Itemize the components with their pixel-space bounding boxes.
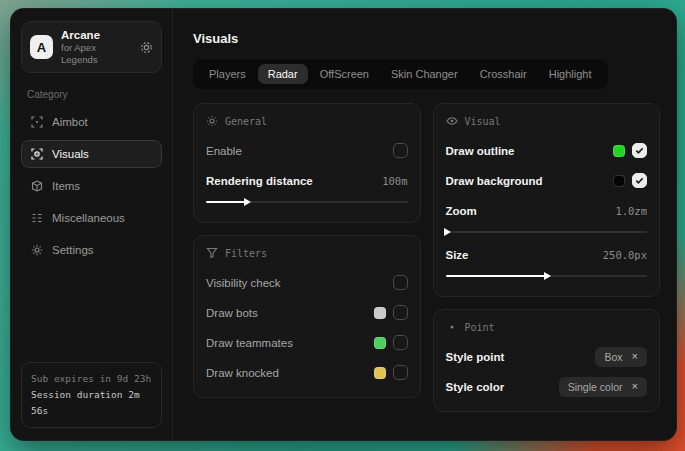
slider-thumb[interactable] (244, 198, 251, 206)
draw-background-checkbox[interactable] (632, 173, 647, 188)
rendering-distance-slider[interactable] (206, 197, 408, 207)
sidebar: A Arcane for Apex Legends Category Aimbo… (11, 9, 173, 440)
section-title: Point (465, 322, 495, 333)
enable-checkbox[interactable] (393, 143, 408, 158)
point-card: Point Style point Box × Style color Sing… (433, 309, 661, 412)
brand-card: A Arcane for Apex Legends (21, 21, 162, 73)
gear-icon (31, 244, 43, 256)
draw-background-label: Draw background (446, 175, 543, 187)
sub-expires-text: Sub expires in 9d 23h (31, 371, 152, 387)
package-icon (31, 180, 43, 192)
draw-knocked-checkbox[interactable] (393, 365, 408, 380)
gear-icon[interactable] (140, 41, 153, 54)
page-title: Visuals (193, 31, 660, 46)
section-title: Filters (225, 248, 267, 259)
draw-background-color-swatch[interactable] (613, 175, 625, 187)
draw-teammates-checkbox[interactable] (393, 335, 408, 350)
sidebar-item-miscellaneous[interactable]: Miscellaneous (21, 204, 162, 232)
draw-outline-color-swatch[interactable] (613, 145, 625, 157)
enable-label: Enable (206, 145, 242, 157)
tab-highlight[interactable]: Highlight (539, 64, 602, 84)
draw-teammates-label: Draw teammates (206, 337, 293, 349)
draw-outline-label: Draw outline (446, 145, 515, 157)
style-point-label: Style point (446, 351, 505, 363)
draw-knocked-label: Draw knocked (206, 367, 279, 379)
sidebar-item-visuals[interactable]: Visuals (21, 140, 162, 168)
tab-bar: Players Radar OffScreen Skin Changer Cro… (193, 59, 608, 89)
style-point-select[interactable]: Box × (595, 347, 647, 367)
visibility-check-checkbox[interactable] (393, 275, 408, 290)
size-value: 250.0px (603, 249, 647, 261)
section-title: Visual (465, 116, 501, 127)
sidebar-item-label: Visuals (52, 148, 89, 160)
sidebar-item-label: Settings (52, 244, 94, 256)
tab-offscreen[interactable]: OffScreen (310, 64, 379, 84)
draw-bots-color-swatch[interactable] (374, 307, 386, 319)
draw-teammates-color-swatch[interactable] (374, 337, 386, 349)
app-subtitle: for Apex Legends (61, 42, 132, 66)
grid-icon (31, 212, 43, 224)
zoom-slider[interactable] (446, 227, 648, 237)
tab-skin-changer[interactable]: Skin Changer (381, 64, 468, 84)
category-label: Category (27, 89, 156, 100)
app-logo: A (30, 35, 53, 59)
sidebar-item-aimbot[interactable]: Aimbot (21, 108, 162, 136)
draw-bots-label: Draw bots (206, 307, 258, 319)
close-icon[interactable]: × (632, 381, 638, 392)
check-icon (635, 176, 644, 185)
draw-knocked-color-swatch[interactable] (374, 367, 386, 379)
tab-radar[interactable]: Radar (258, 64, 308, 84)
main-panel: Visuals Players Radar OffScreen Skin Cha… (173, 9, 676, 440)
slider-thumb[interactable] (544, 272, 551, 280)
crosshair-icon (31, 116, 43, 128)
session-duration-text: Session duration 2m 56s (31, 387, 152, 419)
rendering-distance-value: 100m (382, 175, 407, 187)
eye-icon (446, 115, 458, 127)
filters-card: Filters Visibility check Draw bots (193, 235, 421, 398)
rendering-distance-label: Rendering distance (206, 175, 313, 187)
close-icon[interactable]: × (632, 351, 638, 362)
point-icon (446, 321, 458, 333)
draw-outline-checkbox[interactable] (632, 143, 647, 158)
tab-crosshair[interactable]: Crosshair (470, 64, 537, 84)
sidebar-item-label: Items (52, 180, 80, 192)
visibility-check-label: Visibility check (206, 277, 281, 289)
sidebar-item-settings[interactable]: Settings (21, 236, 162, 264)
style-color-value: Single color (568, 381, 623, 393)
sidebar-item-items[interactable]: Items (21, 172, 162, 200)
tab-players[interactable]: Players (199, 64, 256, 84)
zoom-label: Zoom (446, 205, 477, 217)
eye-scan-icon (31, 148, 43, 160)
sidebar-item-label: Miscellaneous (52, 212, 125, 224)
sidebar-item-label: Aimbot (52, 116, 88, 128)
general-card: General Enable Rendering distance 100m (193, 103, 421, 223)
draw-bots-checkbox[interactable] (393, 305, 408, 320)
style-point-value: Box (604, 351, 622, 363)
size-label: Size (446, 249, 469, 261)
style-color-select[interactable]: Single color × (559, 377, 647, 397)
zoom-value: 1.0zm (615, 205, 647, 217)
app-window: A Arcane for Apex Legends Category Aimbo… (10, 8, 677, 441)
check-icon (635, 146, 644, 155)
general-icon (206, 115, 218, 127)
slider-thumb[interactable] (444, 228, 451, 236)
app-name: Arcane (61, 28, 132, 42)
size-slider[interactable] (446, 271, 648, 281)
section-title: General (225, 116, 267, 127)
subscription-info: Sub expires in 9d 23h Session duration 2… (21, 362, 162, 428)
style-color-label: Style color (446, 381, 505, 393)
funnel-icon (206, 247, 218, 259)
visual-card: Visual Draw outline Draw background (433, 103, 661, 297)
